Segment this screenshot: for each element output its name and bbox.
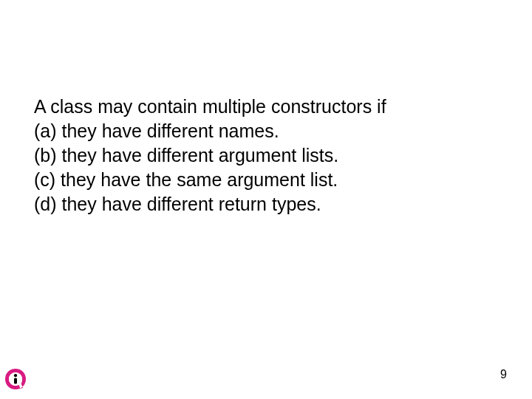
question-block: A class may contain multiple constructor…: [34, 95, 485, 216]
option-d: (d) they have different return types.: [34, 192, 485, 216]
option-b: (b) they have different argument lists.: [34, 143, 485, 168]
svg-rect-2: [14, 378, 17, 384]
slide: A class may contain multiple constructor…: [0, 0, 532, 399]
option-c: (c) they have the same argument list.: [34, 168, 485, 192]
option-a: (a) they have different names.: [34, 119, 485, 143]
brand-logo-icon: [3, 366, 28, 392]
page-number: 9: [500, 368, 507, 381]
question-stem: A class may contain multiple constructor…: [34, 95, 485, 119]
svg-point-1: [14, 374, 17, 377]
